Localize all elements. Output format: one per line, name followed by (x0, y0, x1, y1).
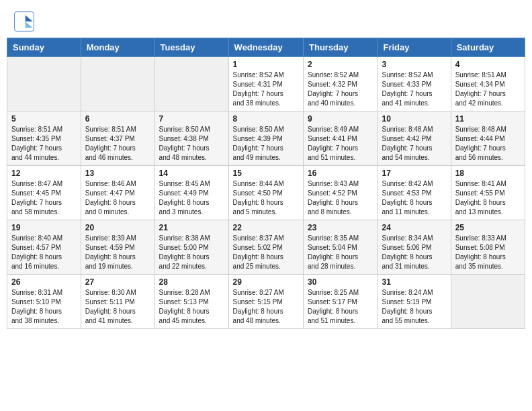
day-info: Sunrise: 8:50 AM Sunset: 4:38 PM Dayligh… (159, 125, 224, 163)
calendar-cell: 4Sunrise: 8:51 AM Sunset: 4:34 PM Daylig… (451, 57, 525, 111)
day-number: 27 (85, 277, 150, 287)
calendar-cell: 19Sunrise: 8:40 AM Sunset: 4:57 PM Dayli… (7, 220, 81, 275)
day-number: 2 (308, 60, 373, 69)
calendar-cell: 22Sunrise: 8:37 AM Sunset: 5:02 PM Dayli… (228, 220, 303, 275)
day-info: Sunrise: 8:49 AM Sunset: 4:41 PM Dayligh… (308, 125, 373, 163)
calendar-cell: 3Sunrise: 8:52 AM Sunset: 4:33 PM Daylig… (378, 57, 451, 111)
day-number: 22 (233, 223, 299, 232)
calendar-cell: 14Sunrise: 8:45 AM Sunset: 4:49 PM Dayli… (154, 166, 228, 220)
day-number: 17 (382, 169, 446, 178)
calendar-table: SundayMondayTuesdayWednesdayThursdayFrid… (7, 38, 525, 329)
day-number: 30 (308, 277, 373, 287)
calendar-cell: 30Sunrise: 8:25 AM Sunset: 5:17 PM Dayli… (304, 275, 378, 329)
day-number: 20 (85, 223, 150, 232)
calendar-cell: 18Sunrise: 8:41 AM Sunset: 4:55 PM Dayli… (451, 166, 525, 220)
calendar-cell: 16Sunrise: 8:43 AM Sunset: 4:52 PM Dayli… (304, 166, 378, 220)
day-info: Sunrise: 8:48 AM Sunset: 4:42 PM Dayligh… (382, 125, 446, 163)
day-number: 24 (382, 223, 446, 232)
day-number: 19 (11, 223, 77, 232)
calendar-cell (154, 57, 228, 111)
day-number: 1 (233, 60, 299, 69)
day-info: Sunrise: 8:24 AM Sunset: 5:19 PM Dayligh… (382, 288, 446, 326)
calendar-cell: 12Sunrise: 8:47 AM Sunset: 4:45 PM Dayli… (7, 166, 81, 220)
day-number: 7 (159, 114, 224, 124)
day-number: 28 (159, 277, 224, 287)
calendar-cell: 17Sunrise: 8:42 AM Sunset: 4:53 PM Dayli… (378, 166, 451, 220)
calendar-cell (7, 57, 81, 111)
calendar-cell: 6Sunrise: 8:51 AM Sunset: 4:37 PM Daylig… (81, 111, 154, 166)
calendar-cell: 27Sunrise: 8:30 AM Sunset: 5:11 PM Dayli… (81, 275, 154, 329)
day-info: Sunrise: 8:25 AM Sunset: 5:17 PM Dayligh… (308, 288, 373, 326)
day-number: 29 (233, 277, 299, 287)
calendar-cell: 20Sunrise: 8:39 AM Sunset: 4:59 PM Dayli… (81, 220, 154, 275)
calendar-cell: 15Sunrise: 8:44 AM Sunset: 4:50 PM Dayli… (228, 166, 303, 220)
day-info: Sunrise: 8:27 AM Sunset: 5:15 PM Dayligh… (233, 288, 299, 326)
day-info: Sunrise: 8:39 AM Sunset: 4:59 PM Dayligh… (85, 234, 150, 271)
day-info: Sunrise: 8:47 AM Sunset: 4:45 PM Dayligh… (11, 179, 77, 217)
day-info: Sunrise: 8:31 AM Sunset: 5:10 PM Dayligh… (11, 288, 77, 326)
calendar-week-row: 12Sunrise: 8:47 AM Sunset: 4:45 PM Dayli… (7, 166, 525, 220)
logo (13, 11, 38, 32)
day-number: 6 (85, 114, 150, 124)
calendar-cell: 5Sunrise: 8:51 AM Sunset: 4:35 PM Daylig… (7, 111, 81, 166)
day-info: Sunrise: 8:52 AM Sunset: 4:32 PM Dayligh… (308, 71, 373, 108)
calendar-cell: 26Sunrise: 8:31 AM Sunset: 5:10 PM Dayli… (7, 275, 81, 329)
day-number: 3 (382, 60, 446, 69)
calendar-week-row: 19Sunrise: 8:40 AM Sunset: 4:57 PM Dayli… (7, 220, 525, 275)
day-info: Sunrise: 8:45 AM Sunset: 4:49 PM Dayligh… (159, 179, 224, 217)
calendar-cell: 31Sunrise: 8:24 AM Sunset: 5:19 PM Dayli… (378, 275, 451, 329)
calendar-cell: 7Sunrise: 8:50 AM Sunset: 4:38 PM Daylig… (154, 111, 228, 166)
day-info: Sunrise: 8:34 AM Sunset: 5:06 PM Dayligh… (382, 234, 446, 271)
calendar-cell: 1Sunrise: 8:52 AM Sunset: 4:31 PM Daylig… (228, 57, 303, 111)
day-info: Sunrise: 8:43 AM Sunset: 4:52 PM Dayligh… (308, 179, 373, 217)
day-info: Sunrise: 8:51 AM Sunset: 4:35 PM Dayligh… (11, 125, 77, 163)
day-info: Sunrise: 8:48 AM Sunset: 4:44 PM Dayligh… (455, 125, 521, 163)
calendar-cell: 24Sunrise: 8:34 AM Sunset: 5:06 PM Dayli… (378, 220, 451, 275)
calendar-cell (451, 275, 525, 329)
calendar-cell: 13Sunrise: 8:46 AM Sunset: 4:47 PM Dayli… (81, 166, 154, 220)
calendar-cell: 11Sunrise: 8:48 AM Sunset: 4:44 PM Dayli… (451, 111, 525, 166)
day-info: Sunrise: 8:50 AM Sunset: 4:39 PM Dayligh… (233, 125, 299, 163)
day-number: 5 (11, 114, 77, 124)
calendar-cell: 21Sunrise: 8:38 AM Sunset: 5:00 PM Dayli… (154, 220, 228, 275)
weekday-header-sunday: Sunday (7, 38, 81, 57)
day-number: 12 (11, 169, 77, 178)
calendar-wrapper: SundayMondayTuesdayWednesdayThursdayFrid… (0, 38, 532, 336)
weekday-header-tuesday: Tuesday (154, 38, 228, 57)
day-number: 23 (308, 223, 373, 232)
calendar-cell: 10Sunrise: 8:48 AM Sunset: 4:42 PM Dayli… (378, 111, 451, 166)
weekday-header-friday: Friday (378, 38, 451, 57)
logo-icon (13, 11, 35, 32)
page-header (0, 0, 532, 38)
day-info: Sunrise: 8:33 AM Sunset: 5:08 PM Dayligh… (455, 234, 521, 271)
calendar-week-row: 1Sunrise: 8:52 AM Sunset: 4:31 PM Daylig… (7, 57, 525, 111)
calendar-cell: 8Sunrise: 8:50 AM Sunset: 4:39 PM Daylig… (228, 111, 303, 166)
calendar-cell: 23Sunrise: 8:35 AM Sunset: 5:04 PM Dayli… (304, 220, 378, 275)
day-number: 15 (233, 169, 299, 178)
day-number: 31 (382, 277, 446, 287)
day-number: 16 (308, 169, 373, 178)
day-info: Sunrise: 8:30 AM Sunset: 5:11 PM Dayligh… (85, 288, 150, 326)
day-info: Sunrise: 8:52 AM Sunset: 4:33 PM Dayligh… (382, 71, 446, 108)
day-info: Sunrise: 8:35 AM Sunset: 5:04 PM Dayligh… (308, 234, 373, 271)
calendar-week-row: 5Sunrise: 8:51 AM Sunset: 4:35 PM Daylig… (7, 111, 525, 166)
calendar-week-row: 26Sunrise: 8:31 AM Sunset: 5:10 PM Dayli… (7, 275, 525, 329)
day-info: Sunrise: 8:41 AM Sunset: 4:55 PM Dayligh… (455, 179, 521, 217)
day-info: Sunrise: 8:37 AM Sunset: 5:02 PM Dayligh… (233, 234, 299, 271)
weekday-header-thursday: Thursday (304, 38, 378, 57)
day-info: Sunrise: 8:46 AM Sunset: 4:47 PM Dayligh… (85, 179, 150, 217)
day-info: Sunrise: 8:52 AM Sunset: 4:31 PM Dayligh… (233, 71, 299, 108)
day-number: 8 (233, 114, 299, 124)
calendar-cell: 2Sunrise: 8:52 AM Sunset: 4:32 PM Daylig… (304, 57, 378, 111)
weekday-header-monday: Monday (81, 38, 154, 57)
weekday-header-saturday: Saturday (451, 38, 525, 57)
day-info: Sunrise: 8:28 AM Sunset: 5:13 PM Dayligh… (159, 288, 224, 326)
day-number: 13 (85, 169, 150, 178)
day-number: 26 (11, 277, 77, 287)
day-number: 10 (382, 114, 446, 124)
day-info: Sunrise: 8:44 AM Sunset: 4:50 PM Dayligh… (233, 179, 299, 217)
day-info: Sunrise: 8:51 AM Sunset: 4:34 PM Dayligh… (455, 71, 521, 108)
day-info: Sunrise: 8:42 AM Sunset: 4:53 PM Dayligh… (382, 179, 446, 217)
day-info: Sunrise: 8:38 AM Sunset: 5:00 PM Dayligh… (159, 234, 224, 271)
day-number: 14 (159, 169, 224, 178)
